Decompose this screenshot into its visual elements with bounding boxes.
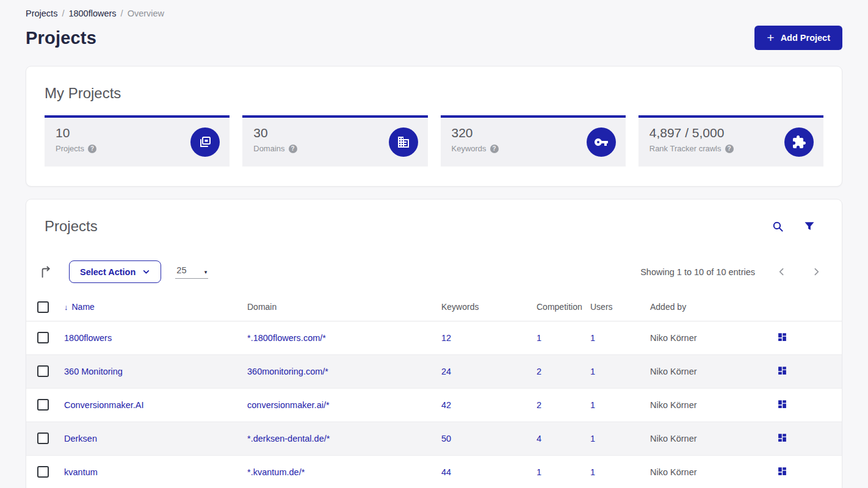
breadcrumb: Projects / 1800flowers / Overview [26,0,842,18]
project-name-link[interactable]: Derksen [64,434,97,443]
added-by-text: Niko Körner [650,467,697,477]
projects-table-card: Projects Select Action [26,199,842,488]
column-header-keywords[interactable]: Keywords [441,293,537,321]
stats-grid: 10 Projects ? 30 Domains ? [45,115,823,167]
project-name-link[interactable]: 360 Monitoring [64,367,123,376]
project-competition-link[interactable]: 2 [537,400,541,410]
my-projects-card: My Projects 10 Projects ? 30 Domains ? [26,66,842,187]
filter-icon[interactable] [804,221,815,232]
building-icon [389,127,418,157]
forward-arrow-icon[interactable] [40,265,53,279]
dashboard-icon[interactable] [777,466,787,476]
column-header-added-by[interactable]: Added by [650,293,770,321]
project-domain-link[interactable]: *.1800flowers.com/* [247,333,326,343]
dashboard-icon[interactable] [777,399,787,409]
project-users-link[interactable]: 1 [590,400,595,410]
table-row: kvantum *.kvantum.de/* 44 1 1 Niko Körne… [26,455,842,488]
my-projects-title: My Projects [45,85,823,102]
stat-keywords-label: Keywords [452,144,486,153]
table-header-row: ↓Name Domain Keywords Competition Users … [26,293,842,321]
row-checkbox[interactable] [37,365,49,377]
project-name-link[interactable]: 1800flowers [64,333,112,343]
project-competition-link[interactable]: 1 [537,333,541,343]
caret-down-icon: ▾ [204,269,208,275]
project-domain-link[interactable]: conversionmaker.ai/* [247,400,330,410]
added-by-text: Niko Körner [650,333,697,343]
project-keywords-link[interactable]: 50 [441,434,451,443]
project-keywords-link[interactable]: 12 [441,333,451,343]
page-size-value: 25 [176,265,186,275]
stat-domains: 30 Domains ? [242,115,427,167]
stat-projects: 10 Projects ? [45,115,230,167]
project-domain-link[interactable]: *.kvantum.de/* [247,467,305,477]
project-domain-link[interactable]: *.derksen-dental.de/* [247,434,330,443]
row-checkbox[interactable] [37,399,49,411]
stat-domains-label: Domains [253,144,284,153]
projects-panel-title: Projects [45,218,98,235]
project-keywords-link[interactable]: 44 [441,467,451,477]
help-icon[interactable]: ? [490,145,499,153]
row-checkbox[interactable] [37,466,49,478]
project-keywords-link[interactable]: 42 [441,400,451,410]
dashboard-icon[interactable] [777,332,787,342]
breadcrumb-projects[interactable]: Projects [26,9,57,18]
table-row: 360 Monitoring 360monitoring.com/* 24 2 … [26,354,842,388]
table-row: Conversionmaker.AI conversionmaker.ai/* … [26,388,842,422]
page-header: Projects + Add Project [26,23,842,52]
breadcrumb-separator: / [62,9,64,18]
showing-entries-text: Showing 1 to 10 of 10 entries [640,267,755,277]
row-checkbox[interactable] [37,432,49,444]
stat-keywords: 320 Keywords ? [441,115,626,167]
project-users-link[interactable]: 1 [590,367,595,376]
pagination-next-button[interactable] [811,267,822,277]
project-competition-link[interactable]: 4 [537,434,541,443]
breadcrumb-overview: Overview [128,9,164,18]
dashboard-icon[interactable] [777,432,787,443]
help-icon[interactable]: ? [725,145,734,153]
added-by-text: Niko Körner [650,367,697,376]
project-keywords-link[interactable]: 24 [441,367,451,376]
page-size-select[interactable]: 25 ▾ [175,265,208,279]
help-icon[interactable]: ? [88,145,96,153]
project-name-link[interactable]: kvantum [64,467,98,477]
select-action-dropdown[interactable]: Select Action [69,260,161,283]
search-icon[interactable] [772,221,784,232]
select-all-checkbox[interactable] [37,301,49,313]
chevron-down-icon [142,268,150,276]
stat-rank-tracker: 4,897 / 5,000 Rank Tracker crawls ? [638,115,823,167]
project-competition-link[interactable]: 2 [537,367,541,376]
pagination-prev-button[interactable] [776,267,787,277]
add-project-button[interactable]: + Add Project [754,26,842,50]
sort-descending-icon: ↓ [64,303,68,312]
project-name-link[interactable]: Conversionmaker.AI [64,400,144,410]
stat-rank-tracker-label: Rank Tracker crawls [649,144,722,153]
table-toolbar: Select Action 25 ▾ Showing 1 to 10 of 10… [26,260,842,283]
project-competition-link[interactable]: 1 [537,467,541,477]
key-icon [587,127,616,157]
row-checkbox[interactable] [37,332,49,343]
added-by-text: Niko Körner [650,400,697,410]
add-project-label: Add Project [781,33,830,43]
plus-icon: + [767,31,774,44]
breadcrumb-separator: / [121,9,123,18]
select-action-label: Select Action [80,267,136,277]
column-header-name[interactable]: ↓Name [64,293,247,321]
column-header-users[interactable]: Users [590,293,650,321]
column-header-domain[interactable]: Domain [247,293,441,321]
stat-projects-label: Projects [56,144,84,153]
projects-stack-icon [190,127,220,157]
breadcrumb-1800flowers[interactable]: 1800flowers [68,9,116,18]
page-title: Projects [26,28,96,48]
table-row: Derksen *.derksen-dental.de/* 50 4 1 Nik… [26,422,842,455]
project-users-link[interactable]: 1 [590,467,595,477]
projects-table: ↓Name Domain Keywords Competition Users … [26,293,842,488]
help-icon[interactable]: ? [289,145,297,153]
added-by-text: Niko Körner [650,434,697,443]
dashboard-icon[interactable] [777,365,787,376]
project-users-link[interactable]: 1 [590,333,595,343]
puzzle-icon [784,127,814,157]
project-users-link[interactable]: 1 [590,434,595,443]
column-header-competition[interactable]: Competition [537,293,590,321]
project-domain-link[interactable]: 360monitoring.com/* [247,367,328,376]
table-row: 1800flowers *.1800flowers.com/* 12 1 1 N… [26,321,842,354]
